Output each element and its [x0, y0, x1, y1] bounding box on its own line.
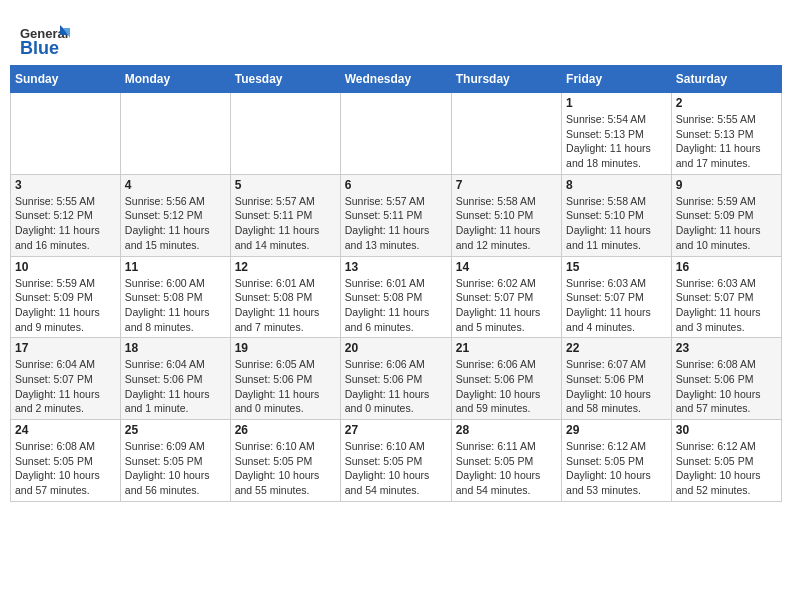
- day-number: 15: [566, 260, 667, 274]
- page-header: General Blue: [10, 10, 782, 65]
- calendar-cell: 14Sunrise: 6:02 AMSunset: 5:07 PMDayligh…: [451, 256, 561, 338]
- calendar-table: SundayMondayTuesdayWednesdayThursdayFrid…: [10, 65, 782, 502]
- day-info-line: Sunrise: 6:07 AM: [566, 357, 667, 372]
- day-info-line: Sunset: 5:07 PM: [456, 290, 557, 305]
- day-info-line: Daylight: 11 hours and 16 minutes.: [15, 223, 116, 252]
- calendar-cell: [11, 93, 121, 175]
- calendar-cell: 3Sunrise: 5:55 AMSunset: 5:12 PMDaylight…: [11, 174, 121, 256]
- calendar-cell: 22Sunrise: 6:07 AMSunset: 5:06 PMDayligh…: [562, 338, 672, 420]
- day-info-line: Sunset: 5:12 PM: [15, 208, 116, 223]
- day-info-line: Daylight: 11 hours and 5 minutes.: [456, 305, 557, 334]
- day-info-line: Daylight: 10 hours and 57 minutes.: [15, 468, 116, 497]
- day-info-line: Sunset: 5:05 PM: [235, 454, 336, 469]
- day-number: 1: [566, 96, 667, 110]
- calendar-cell: 13Sunrise: 6:01 AMSunset: 5:08 PMDayligh…: [340, 256, 451, 338]
- day-info-line: Sunrise: 6:12 AM: [676, 439, 777, 454]
- weekday-header: Sunday: [11, 66, 121, 93]
- calendar-cell: 9Sunrise: 5:59 AMSunset: 5:09 PMDaylight…: [671, 174, 781, 256]
- calendar-cell: [230, 93, 340, 175]
- day-info-line: Sunset: 5:05 PM: [15, 454, 116, 469]
- day-number: 13: [345, 260, 447, 274]
- day-info-line: Daylight: 11 hours and 0 minutes.: [235, 387, 336, 416]
- day-info-line: Daylight: 11 hours and 12 minutes.: [456, 223, 557, 252]
- day-info-line: Sunrise: 6:00 AM: [125, 276, 226, 291]
- weekday-header: Saturday: [671, 66, 781, 93]
- calendar-cell: 12Sunrise: 6:01 AMSunset: 5:08 PMDayligh…: [230, 256, 340, 338]
- calendar-cell: 21Sunrise: 6:06 AMSunset: 5:06 PMDayligh…: [451, 338, 561, 420]
- logo: General Blue: [20, 20, 70, 60]
- weekday-header: Tuesday: [230, 66, 340, 93]
- day-info-line: Sunrise: 5:55 AM: [15, 194, 116, 209]
- day-info-line: Sunset: 5:06 PM: [566, 372, 667, 387]
- weekday-header: Thursday: [451, 66, 561, 93]
- day-info-line: Daylight: 11 hours and 9 minutes.: [15, 305, 116, 334]
- day-info-line: Sunrise: 6:01 AM: [345, 276, 447, 291]
- day-info-line: Sunrise: 6:08 AM: [676, 357, 777, 372]
- day-info-line: Sunrise: 6:02 AM: [456, 276, 557, 291]
- calendar-cell: 2Sunrise: 5:55 AMSunset: 5:13 PMDaylight…: [671, 93, 781, 175]
- day-info-line: Sunset: 5:07 PM: [566, 290, 667, 305]
- calendar-cell: [451, 93, 561, 175]
- day-info-line: Daylight: 11 hours and 18 minutes.: [566, 141, 667, 170]
- day-info-line: Sunrise: 5:56 AM: [125, 194, 226, 209]
- day-info-line: Sunrise: 5:59 AM: [15, 276, 116, 291]
- day-info-line: Sunrise: 6:01 AM: [235, 276, 336, 291]
- day-info-line: Sunrise: 6:12 AM: [566, 439, 667, 454]
- day-number: 20: [345, 341, 447, 355]
- day-number: 16: [676, 260, 777, 274]
- day-info-line: Sunrise: 5:57 AM: [345, 194, 447, 209]
- calendar-cell: 7Sunrise: 5:58 AMSunset: 5:10 PMDaylight…: [451, 174, 561, 256]
- day-info-line: Sunrise: 5:55 AM: [676, 112, 777, 127]
- day-info-line: Sunrise: 6:09 AM: [125, 439, 226, 454]
- day-info-line: Daylight: 10 hours and 55 minutes.: [235, 468, 336, 497]
- calendar-week-row: 24Sunrise: 6:08 AMSunset: 5:05 PMDayligh…: [11, 420, 782, 502]
- calendar-cell: 1Sunrise: 5:54 AMSunset: 5:13 PMDaylight…: [562, 93, 672, 175]
- day-info-line: Sunrise: 6:04 AM: [125, 357, 226, 372]
- day-info-line: Sunset: 5:09 PM: [15, 290, 116, 305]
- calendar-cell: 10Sunrise: 5:59 AMSunset: 5:09 PMDayligh…: [11, 256, 121, 338]
- day-info-line: Daylight: 11 hours and 13 minutes.: [345, 223, 447, 252]
- day-info-line: Sunrise: 6:05 AM: [235, 357, 336, 372]
- day-number: 27: [345, 423, 447, 437]
- day-info-line: Sunset: 5:06 PM: [235, 372, 336, 387]
- logo-icon: General Blue: [20, 20, 70, 60]
- day-info-line: Sunset: 5:06 PM: [676, 372, 777, 387]
- day-number: 11: [125, 260, 226, 274]
- day-info-line: Sunset: 5:05 PM: [676, 454, 777, 469]
- day-info-line: Sunset: 5:12 PM: [125, 208, 226, 223]
- day-info-line: Sunset: 5:07 PM: [15, 372, 116, 387]
- calendar-cell: 18Sunrise: 6:04 AMSunset: 5:06 PMDayligh…: [120, 338, 230, 420]
- day-info-line: Sunrise: 6:04 AM: [15, 357, 116, 372]
- day-info-line: Sunset: 5:11 PM: [345, 208, 447, 223]
- day-info-line: Sunrise: 6:10 AM: [345, 439, 447, 454]
- day-number: 30: [676, 423, 777, 437]
- day-info-line: Sunset: 5:11 PM: [235, 208, 336, 223]
- day-number: 25: [125, 423, 226, 437]
- day-number: 29: [566, 423, 667, 437]
- day-number: 4: [125, 178, 226, 192]
- day-info-line: Sunset: 5:05 PM: [125, 454, 226, 469]
- svg-text:Blue: Blue: [20, 38, 59, 58]
- weekday-header: Friday: [562, 66, 672, 93]
- day-info-line: Sunrise: 6:03 AM: [566, 276, 667, 291]
- day-info-line: Daylight: 10 hours and 54 minutes.: [345, 468, 447, 497]
- calendar-cell: 23Sunrise: 6:08 AMSunset: 5:06 PMDayligh…: [671, 338, 781, 420]
- day-number: 6: [345, 178, 447, 192]
- calendar-cell: 26Sunrise: 6:10 AMSunset: 5:05 PMDayligh…: [230, 420, 340, 502]
- calendar-cell: 30Sunrise: 6:12 AMSunset: 5:05 PMDayligh…: [671, 420, 781, 502]
- day-info-line: Daylight: 10 hours and 58 minutes.: [566, 387, 667, 416]
- day-info-line: Daylight: 11 hours and 6 minutes.: [345, 305, 447, 334]
- day-info-line: Sunrise: 6:08 AM: [15, 439, 116, 454]
- calendar-cell: 24Sunrise: 6:08 AMSunset: 5:05 PMDayligh…: [11, 420, 121, 502]
- day-info-line: Sunset: 5:13 PM: [566, 127, 667, 142]
- day-info-line: Sunset: 5:07 PM: [676, 290, 777, 305]
- day-info-line: Sunset: 5:10 PM: [456, 208, 557, 223]
- day-number: 19: [235, 341, 336, 355]
- day-info-line: Sunset: 5:05 PM: [566, 454, 667, 469]
- day-info-line: Daylight: 10 hours and 53 minutes.: [566, 468, 667, 497]
- day-info-line: Daylight: 11 hours and 7 minutes.: [235, 305, 336, 334]
- day-number: 8: [566, 178, 667, 192]
- day-info-line: Daylight: 11 hours and 15 minutes.: [125, 223, 226, 252]
- day-info-line: Sunrise: 5:58 AM: [566, 194, 667, 209]
- day-info-line: Daylight: 11 hours and 17 minutes.: [676, 141, 777, 170]
